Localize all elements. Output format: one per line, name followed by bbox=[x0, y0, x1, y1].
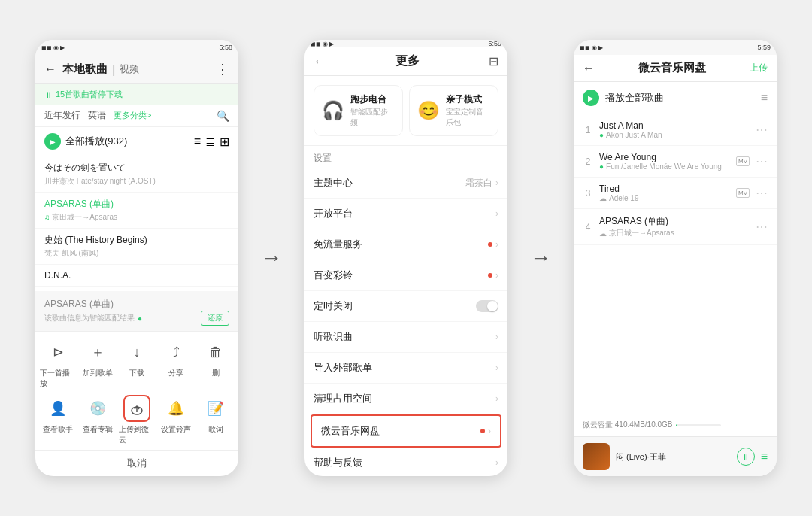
phone2-feature-row: 🎧 跑步电台 智能匹配步频 😊 亲子模式 宝宝定制音乐包 bbox=[304, 76, 508, 146]
phone2-menu-clean-chevron: › bbox=[495, 393, 498, 404]
phone1-action-upload[interactable]: 上传到微云 bbox=[119, 395, 155, 445]
phone2-menu-timer[interactable]: 定时关闭 bbox=[304, 291, 508, 322]
phone2-status-left: ◼◼ ◉ ▶ bbox=[311, 41, 334, 47]
phone1-songs-list: 今はその剣を置いて 川井憲次 Fate/stay night (A.OST) A… bbox=[35, 156, 238, 291]
phone2-child-desc: 宝宝定制音乐包 bbox=[446, 107, 490, 128]
phone1-action-delete[interactable]: 🗑 删 bbox=[198, 338, 234, 389]
phone1-cancel[interactable]: 取消 bbox=[35, 450, 238, 476]
phone3-song-1-more[interactable]: ⋯ bbox=[756, 123, 768, 137]
phone2-weiyun-box: 微云音乐网盘 › bbox=[311, 414, 501, 448]
phone3-song-4-more[interactable]: ⋯ bbox=[756, 220, 768, 234]
phone1-action-share[interactable]: ⤴ 分享 bbox=[158, 338, 194, 389]
phone1-title-sub: 视频 bbox=[120, 62, 139, 76]
phone2-running-icon: 🎧 bbox=[322, 100, 344, 121]
phone1-action-add[interactable]: ＋ 加到歌单 bbox=[79, 338, 115, 389]
phone3-song-3[interactable]: 3 Tired ☁ Adele 19 MV ⋯ bbox=[574, 178, 777, 209]
arrow-2: → bbox=[530, 246, 551, 270]
phone1-play-button[interactable]: ▶ bbox=[44, 133, 61, 150]
phone2-menu-open-label: 开放平台 bbox=[314, 207, 353, 220]
phone1-search-icon[interactable]: 🔍 bbox=[217, 110, 229, 122]
phone2-menu-help[interactable]: 帮助与反馈 › bbox=[304, 448, 508, 476]
phone1-action-next[interactable]: ⊳ 下一首播放 bbox=[40, 338, 76, 389]
phone1-action-lyrics[interactable]: 📝 歌词 bbox=[198, 395, 234, 445]
phone1-list-icon-1[interactable]: ≡ bbox=[194, 135, 201, 149]
phone1-action-album[interactable]: 💿 查看专辑 bbox=[79, 395, 115, 445]
phone2-menu-theme[interactable]: 主题中心 霜茶白 › bbox=[304, 168, 508, 199]
phone3-song-4[interactable]: 4 APSARAS (单曲) ☁ 京田城一→Apsaras ⋯ bbox=[574, 209, 777, 245]
phone1-back-button[interactable]: ← bbox=[44, 62, 56, 76]
phone3-song-2-cloud: ● bbox=[599, 162, 604, 171]
phone1-more-tags[interactable]: 更多分类> bbox=[114, 110, 151, 121]
phone2-menu-ringtone-label: 百变彩铃 bbox=[314, 269, 353, 282]
phone1-status-left: ◼◼ ◉ ▶ bbox=[41, 44, 65, 51]
phone3-song-1[interactable]: 1 Just A Man ● Akon Just A Man ⋯ bbox=[574, 114, 777, 146]
phone1-song-3[interactable]: 史始 (The History Begins) 梵夫 凯风 (南风) bbox=[35, 229, 238, 265]
phone1-ringtone-icon: 🔔 bbox=[162, 395, 189, 422]
phone1-album-icon: 💿 bbox=[84, 395, 111, 422]
phone3-song-2-info: We Are Young ● Fun./Janelle Monáe We Are… bbox=[599, 152, 730, 171]
phone1-singer-icon: 👤 bbox=[44, 395, 71, 422]
phone1-song-dna[interactable]: D.N.A. bbox=[35, 265, 238, 287]
phone1-upload-label: 上传到微云 bbox=[119, 424, 155, 445]
phone2-menu-identify[interactable]: 听歌识曲 › bbox=[304, 322, 508, 353]
phone2-menu-theme-value: 霜茶白 bbox=[465, 177, 492, 190]
phone2-timer-toggle-knob bbox=[487, 301, 498, 311]
phone3-song-3-more[interactable]: ⋯ bbox=[756, 186, 768, 200]
phone3-song-4-num: 4 bbox=[583, 222, 593, 232]
phone1-tag-2[interactable]: 英语 bbox=[88, 109, 106, 122]
phone1-banner-text: 15首歌曲暂停下载 bbox=[56, 89, 123, 100]
phone1-list-icon-2[interactable]: ≣ bbox=[205, 135, 215, 149]
phone2-header-icon[interactable]: ⊟ bbox=[489, 54, 498, 68]
phone3-player-pause-button[interactable]: ⏸ bbox=[737, 448, 755, 466]
phone3-songs-list: 1 Just A Man ● Akon Just A Man ⋯ 2 We Ar… bbox=[574, 114, 777, 414]
phone1-tag-1[interactable]: 近年发行 bbox=[44, 109, 80, 122]
phone3-back-button[interactable]: ← bbox=[583, 62, 595, 75]
phone3-play-all[interactable]: ▶ 播放全部歌曲 ≡ bbox=[574, 82, 777, 114]
phone1-more-button[interactable]: ⋮ bbox=[216, 61, 229, 77]
phone2-menu-open[interactable]: 开放平台 › bbox=[304, 199, 508, 229]
phone3: ◼◼ ◉ ▶ 5:59 ← 微云音乐网盘 上传 ▶ 播放全部歌曲 ≡ 1 Jus… bbox=[574, 40, 777, 476]
phone2-menu-weiyun[interactable]: 微云音乐网盘 › bbox=[312, 416, 500, 446]
phone2-child-text: 亲子模式 宝宝定制音乐包 bbox=[446, 93, 490, 128]
phone2-menu-flow-chevron: › bbox=[495, 239, 498, 250]
phone1-action-singer[interactable]: 👤 查看歌手 bbox=[40, 395, 76, 445]
phone1-play-all[interactable]: ▶ 全部播放(932) ≡ ≣ ⊞ bbox=[35, 127, 238, 156]
phone3-song-3-artist: Adele 19 bbox=[609, 194, 638, 202]
phone1-banner: ⏸ 15首歌曲暂停下载 bbox=[35, 84, 238, 105]
phone2-status-icons: ◼◼ ◉ ▶ bbox=[311, 41, 334, 47]
phone1-singer-label: 查看歌手 bbox=[43, 424, 73, 435]
phone2-menu-weiyun-dot bbox=[480, 429, 485, 433]
phone2-menu-import[interactable]: 导入外部歌单 › bbox=[304, 353, 508, 384]
phone2-menu-ringtone-dot bbox=[488, 273, 492, 278]
phone3-player-list-icon[interactable]: ≡ bbox=[761, 450, 768, 463]
phone3-upload-button[interactable]: 上传 bbox=[750, 62, 768, 74]
phone1-special-info-text: 该歌曲信息为智能匹配结果 bbox=[44, 313, 135, 323]
phone3-play-button[interactable]: ▶ bbox=[583, 90, 599, 106]
phone2-timer-toggle[interactable] bbox=[476, 300, 498, 312]
phone1-restore-button[interactable]: 还原 bbox=[201, 311, 229, 326]
phone2-menu-ringtone[interactable]: 百变彩铃 › bbox=[304, 260, 508, 291]
phone1-action-download[interactable]: ↓ 下载 bbox=[119, 338, 155, 389]
phone2-menu-import-label: 导入外部歌单 bbox=[314, 361, 372, 375]
phone3-list-icon[interactable]: ≡ bbox=[761, 91, 768, 105]
phone2-menu-clean[interactable]: 清理占用空间 › bbox=[304, 384, 508, 414]
phone1-special-item: APSARAS (单曲) 该歌曲信息为智能匹配结果 ● 还原 bbox=[35, 291, 238, 332]
phone2-menu-help-chevron: › bbox=[495, 457, 498, 468]
phone3-song-4-info: APSARAS (单曲) ☁ 京田城一→Apsaras bbox=[599, 215, 750, 238]
phone2-back-button[interactable]: ← bbox=[314, 55, 326, 68]
phone1-song-2[interactable]: APSARAS (单曲) ♫ 京田城一→Apsaras bbox=[35, 193, 238, 229]
phone3-song-2[interactable]: 2 We Are Young ● Fun./Janelle Monáe We A… bbox=[574, 146, 777, 178]
phone2-feature-running[interactable]: 🎧 跑步电台 智能匹配步频 bbox=[314, 85, 403, 136]
phone3-song-3-title: Tired bbox=[599, 184, 730, 194]
phone2-menu-import-chevron: › bbox=[495, 363, 498, 373]
phone1-song-1-sub: 川井憲次 Fate/stay night (A.OST) bbox=[44, 176, 229, 187]
phone1-action-ringtone[interactable]: 🔔 设置铃声 bbox=[158, 395, 194, 445]
phone2-feature-child[interactable]: 😊 亲子模式 宝宝定制音乐包 bbox=[409, 85, 498, 136]
phone2-menu-flow[interactable]: 免流量服务 › bbox=[304, 229, 508, 260]
phone1-song-1[interactable]: 今はその剣を置いて 川井憲次 Fate/stay night (A.OST) bbox=[35, 156, 238, 193]
phone3-song-2-more[interactable]: ⋯ bbox=[756, 154, 768, 168]
phone1-upload-icon bbox=[123, 395, 150, 422]
phone3-song-4-artist: 京田城一→Apsaras bbox=[609, 228, 674, 238]
phone1-list-icon-3[interactable]: ⊞ bbox=[220, 135, 229, 149]
phone3-song-4-title: APSARAS (单曲) bbox=[599, 215, 750, 228]
